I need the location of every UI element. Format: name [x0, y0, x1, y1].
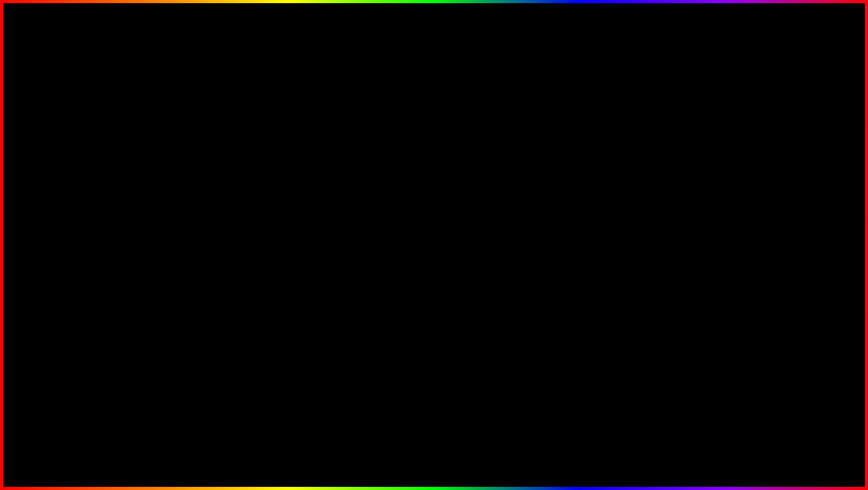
farm-mastery-dropdown-arrow: ▼: [816, 158, 821, 163]
mobile-label-2: MOBILE: [589, 360, 694, 388]
health-value-box: 25: [812, 170, 826, 181]
work-mobile-area: WORK MOBILE: [589, 332, 694, 388]
health-label: Select Health: [660, 172, 698, 179]
health-value: 25: [816, 173, 822, 179]
health-slider-thumb[interactable]: [692, 181, 698, 187]
auto-farm-mastery-row: Auto Farm Mastery: [660, 143, 826, 151]
bf-logo: 💀 BLOX FRUITS: [758, 445, 840, 479]
select-weapon-dropdown-arrow: ▼: [283, 219, 287, 224]
bf-logo-text: BLOX FRUITS: [795, 448, 840, 476]
sidebar-item-main-left[interactable]: Main: [41, 138, 77, 158]
health-section: Select Health 25: [660, 170, 826, 186]
bf-logo-fruits: FRUITS: [795, 462, 840, 476]
fast-attack-row: Fast Attack ✓: [84, 143, 292, 151]
skill-c-toggle[interactable]: ✓: [818, 212, 826, 220]
title-blox: BLOX: [235, 11, 398, 75]
svg-rect-4: [426, 208, 434, 239]
right-panel: Main Combat Stats Teleport Dungeon Auto …: [617, 138, 832, 289]
auto-farm-mastery-label: Auto Farm Mastery: [660, 143, 714, 151]
fast-attack-dropdown-arrow: ▼: [283, 158, 287, 163]
remove-effect-row: Remove Effect: [84, 170, 292, 178]
skill-z-label: Skill Z: [660, 190, 676, 197]
svg-rect-5: [435, 208, 443, 239]
fast-attack-toggle[interactable]: ✓: [284, 143, 292, 151]
skill-x-toggle[interactable]: ✓: [818, 200, 826, 209]
skill-x-row: Skill X ✓: [660, 200, 826, 209]
building-2: [165, 383, 192, 415]
fast-attack-label: Fast Attack: [84, 143, 115, 151]
sidebar-item-teleport-right[interactable]: Teleport: [617, 197, 653, 216]
bottom-pastebin: PASTEBIN: [524, 445, 692, 480]
remove-effect-toggle[interactable]: [284, 170, 292, 178]
bottom-auto-farm: AUTO FARM: [176, 445, 375, 480]
bf-logo-blox: BLOX: [795, 448, 840, 462]
sidebar-item-stats-right[interactable]: Stats: [617, 178, 653, 197]
skill-c-label: Skill C: [660, 213, 677, 219]
bottom-title: AUTO FARM SCRIPT PASTEBIN: [3, 445, 865, 481]
bf-logo-icon: 💀: [758, 445, 792, 479]
select-weapon-toggle[interactable]: [284, 204, 292, 212]
farm-mastery-dropdown-label: Select Farm Mastery Mode : Fruit Mastery: [665, 157, 766, 164]
skill-z-toggle[interactable]: ✓: [818, 189, 826, 197]
sidebar-item-main-right[interactable]: Main: [617, 138, 653, 158]
building-1: [129, 374, 165, 415]
svg-point-7: [434, 236, 444, 242]
auto-farm-mastery-toggle[interactable]: [818, 143, 826, 151]
fast-attack-dropdown-label: Select FastAttack : Normal Fast: [89, 157, 171, 164]
svg-text:♥♥: ♥♥: [430, 162, 438, 169]
mobile-check: ✓: [160, 181, 181, 210]
select-weapon-label: Select Weapon: [241, 205, 281, 212]
mobile-line: MOBILE ✓: [37, 178, 204, 212]
remove-effect-label: Remove Effect: [84, 171, 125, 178]
skill-c-row: Skill C ✓: [660, 212, 826, 220]
svg-rect-9: [445, 174, 459, 184]
right-panel-content: Auto Farm Mastery Select Farm Mastery Mo…: [654, 138, 832, 288]
background-scene: BLOX FRUITS MOBILE ✓ ANDROID ✓ WORK MOBI…: [3, 3, 865, 487]
title-area: BLOX FRUITS: [3, 10, 865, 76]
character: ♥♥: [394, 120, 474, 291]
health-slider-fill: [660, 183, 694, 186]
right-panel-sidebar: Main Combat Stats Teleport Dungeon: [617, 138, 654, 288]
skill-v-row: Skill V ✓: [660, 223, 826, 231]
title-fruits: FRUITS: [420, 11, 633, 75]
sidebar-item-dungeon-right[interactable]: Dungeon: [617, 216, 653, 236]
work-label: WORK: [589, 332, 694, 360]
android-label: ANDROID: [37, 214, 178, 247]
auto-farm-toggle[interactable]: ✓: [284, 193, 292, 201]
mobile-android-text: MOBILE ✓ ANDROID ✓: [37, 178, 204, 247]
mobile-label: MOBILE: [37, 178, 154, 212]
svg-rect-8: [409, 174, 423, 184]
farm-mastery-dropdown[interactable]: Select Farm Mastery Mode : Fruit Mastery…: [660, 154, 826, 167]
bottom-script: SCRIPT: [388, 445, 511, 480]
sidebar-item-combat-left[interactable]: Combat: [41, 158, 77, 178]
health-row: Select Health 25: [660, 170, 826, 181]
fast-attack-dropdown[interactable]: Select FastAttack : Normal Fast ▼: [84, 154, 292, 167]
android-check: ✓: [183, 216, 204, 245]
skill-x-label: Skill X: [660, 201, 676, 208]
skill-v-label: Skill V: [660, 224, 676, 231]
skill-v-toggle[interactable]: ✓: [818, 223, 826, 231]
health-slider[interactable]: [660, 183, 826, 186]
android-line: ANDROID ✓: [37, 214, 204, 247]
skill-z-row: Skill Z ✓: [660, 189, 826, 197]
sidebar-item-combat-right[interactable]: Combat: [617, 158, 653, 178]
